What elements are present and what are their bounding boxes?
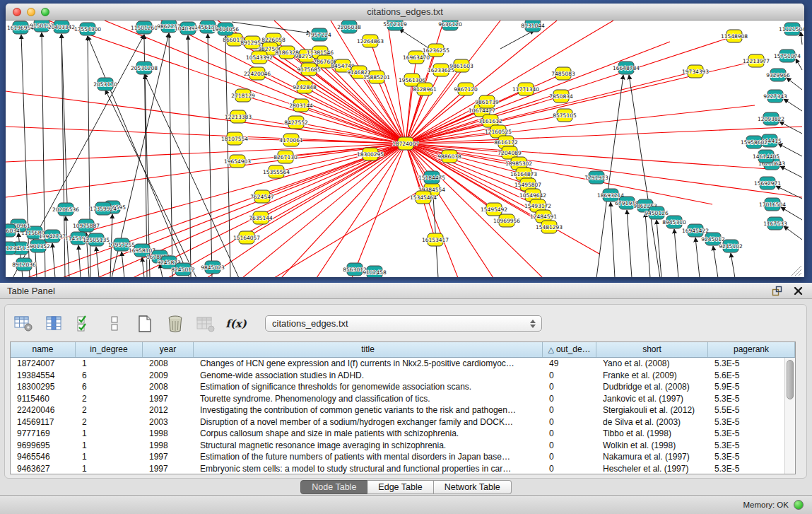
graph-node[interactable]: 2053170: [93, 78, 117, 90]
table-cell[interactable]: 0: [543, 404, 596, 416]
network-svg[interactable]: 8660128891295482260589827509818632810543…: [6, 21, 804, 277]
table-cell[interactable]: Stergiakouli et al. (2012): [596, 404, 708, 416]
graph-node[interactable]: 12264863: [357, 35, 384, 47]
table-cell[interactable]: 5.3E-5: [708, 358, 795, 370]
tab-edge-table[interactable]: Edge Table: [367, 480, 433, 494]
table-cell[interactable]: Hescheler et al. (1997): [596, 463, 708, 475]
graph-node[interactable]: 17554300: [74, 23, 101, 35]
table-cell[interactable]: 5.3E-5: [708, 393, 795, 405]
table-cell[interactable]: Embryonic stem cells: a model to study s…: [194, 463, 543, 475]
table-cell[interactable]: Genome-wide association studies in ADHD.: [194, 370, 543, 382]
table-cell[interactable]: 5.6E-5: [708, 370, 795, 382]
table-cell[interactable]: Nakamura et al. (1997): [596, 451, 708, 463]
table-cell[interactable]: Disruption of a novel member of a sodium…: [194, 416, 543, 428]
table-cell[interactable]: 1997: [143, 393, 194, 405]
table-cell[interactable]: 9699695: [11, 440, 76, 452]
column-header-pagerank[interactable]: pagerank: [708, 342, 795, 357]
graph-node[interactable]: 4170061: [279, 134, 303, 146]
table-cell[interactable]: 2: [76, 393, 143, 405]
function-builder-icon[interactable]: f(x): [226, 315, 246, 333]
table-cell[interactable]: 2: [76, 404, 143, 416]
graph-node[interactable]: 8267130: [273, 151, 298, 163]
table-row[interactable]: 1830029562008Estimation of significance …: [11, 381, 795, 393]
graph-node[interactable]: 11501260: [131, 21, 158, 34]
table-cell[interactable]: 0: [543, 393, 596, 405]
graph-node[interactable]: 7850834: [549, 90, 573, 103]
table-select-dropdown[interactable]: citations_edges.txt: [265, 315, 542, 332]
tab-network-table[interactable]: Network Table: [434, 480, 512, 494]
graph-node[interactable]: 12213977: [743, 54, 770, 67]
table-cell[interactable]: 0: [543, 451, 596, 463]
graph-node[interactable]: 20206536: [52, 203, 79, 216]
column-header-outde[interactable]: △out_de…: [543, 342, 596, 357]
graph-node[interactable]: 16945422: [682, 224, 709, 237]
table-cell[interactable]: 0: [543, 381, 596, 393]
table-row[interactable]: 1938455462009Genome-wide association stu…: [11, 370, 795, 382]
graph-node[interactable]: 5572319: [383, 21, 407, 30]
graph-node[interactable]: 7485083: [551, 67, 575, 80]
table-cell[interactable]: 5.3E-5: [708, 463, 795, 475]
import-table-icon[interactable]: [196, 315, 216, 333]
table-cell[interactable]: Structural magnetic resonance image aver…: [194, 440, 543, 452]
table-cell[interactable]: 1998: [143, 440, 194, 452]
table-row[interactable]: 2242004622012Investigating the contribut…: [11, 404, 795, 416]
graph-node[interactable]: 16648784: [613, 62, 640, 74]
network-window[interactable]: citations_edges.txt 86601288912954822605…: [6, 4, 804, 277]
table-cell[interactable]: 5.3E-5: [708, 451, 795, 463]
memory-status-dot-icon[interactable]: [794, 500, 804, 510]
graph-node[interactable]: 12213383: [225, 110, 252, 123]
graph-node[interactable]: 9329966: [766, 69, 790, 81]
table-cell[interactable]: Tourette syndrome. Phenomenology and cla…: [194, 393, 543, 405]
table-cell[interactable]: 5.9E-5: [708, 381, 795, 393]
graph-node[interactable]: 17016504: [759, 198, 786, 211]
table-cell[interactable]: Estimation of significance thresholds fo…: [194, 381, 543, 393]
graph-node[interactable]: 8427552: [284, 116, 308, 129]
table-cell[interactable]: de Silva et al. (2003): [596, 416, 708, 428]
table-cell[interactable]: 2003: [143, 416, 194, 428]
graph-node[interactable]: 1167533: [763, 217, 787, 230]
table-cell[interactable]: 19384554: [11, 370, 76, 382]
table-cell[interactable]: Wolkin et al. (1998): [596, 440, 708, 452]
table-cell[interactable]: 14569117: [11, 416, 76, 428]
graph-node[interactable]: 8131044: [521, 21, 545, 32]
table-cell[interactable]: Estimation of the future numbers of pati…: [194, 451, 543, 463]
tab-node-table[interactable]: Node Table: [300, 480, 367, 494]
table-vertical-scrollbar[interactable]: [784, 358, 795, 474]
graph-node[interactable]: 9227343: [763, 90, 787, 103]
float-panel-icon[interactable]: [771, 285, 782, 296]
table-cell[interactable]: 1: [76, 440, 143, 452]
table-cell[interactable]: 1: [76, 463, 143, 475]
table-cell[interactable]: 2012: [143, 404, 194, 416]
table-cell[interactable]: 1: [76, 428, 143, 440]
table-cell[interactable]: 0: [543, 416, 596, 428]
column-header-year[interactable]: year: [143, 342, 194, 357]
canvas-resize-grip[interactable]: [792, 266, 801, 276]
table-cell[interactable]: 2008: [143, 381, 194, 393]
table-cell[interactable]: 6: [76, 370, 143, 382]
create-table-icon[interactable]: [135, 315, 155, 333]
graph-node[interactable]: 9636120: [438, 21, 462, 30]
graph-node[interactable]: 8575105: [553, 109, 577, 122]
table-cell[interactable]: 5.3E-5: [708, 416, 795, 428]
table-cell[interactable]: 9465546: [11, 451, 76, 463]
graph-node[interactable]: 11548908: [721, 30, 748, 42]
table-cell[interactable]: 2: [76, 416, 143, 428]
table-cell[interactable]: 0: [543, 428, 596, 440]
minimize-window-button[interactable]: [27, 8, 35, 16]
table-row[interactable]: 1872400712008Changes of HCN gene express…: [11, 358, 795, 370]
table-mode-icon[interactable]: [13, 315, 33, 333]
table-cell[interactable]: 18300295: [11, 381, 76, 393]
graph-node[interactable]: 7791913: [584, 171, 608, 184]
table-cell[interactable]: 1997: [143, 451, 194, 463]
table-cell[interactable]: 0: [543, 463, 596, 475]
graph-node[interactable]: 11121504: [779, 23, 804, 35]
graph-node[interactable]: 15495492: [481, 203, 507, 216]
table-row[interactable]: 946554611997Estimation of the future num…: [11, 451, 795, 463]
graph-node[interactable]: 18107554: [221, 132, 248, 145]
scrollbar-thumb[interactable]: [787, 360, 794, 399]
table-cell[interactable]: 9115460: [11, 393, 76, 405]
table-cell[interactable]: Yano et al. (2008): [596, 358, 708, 370]
table-cell[interactable]: 2008: [143, 358, 194, 370]
table-cell[interactable]: Jankovic et al. (1997): [596, 393, 708, 405]
table-cell[interactable]: Changes of HCN gene expression and I(f) …: [194, 358, 543, 370]
